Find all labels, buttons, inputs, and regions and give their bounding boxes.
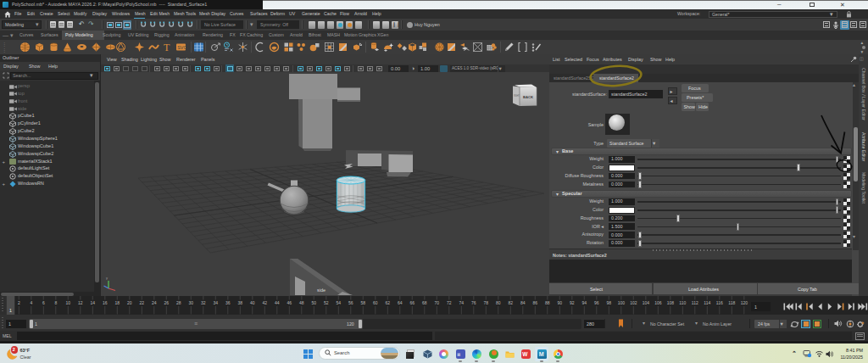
svg-text:108: 108 bbox=[667, 300, 675, 305]
svg-text:90: 90 bbox=[558, 300, 563, 305]
svg-text:80: 80 bbox=[496, 300, 501, 305]
svg-text:60: 60 bbox=[373, 300, 378, 305]
svg-text:112: 112 bbox=[692, 300, 698, 305]
svg-text:48: 48 bbox=[299, 300, 304, 305]
svg-text:42: 42 bbox=[263, 300, 268, 305]
svg-text:T: T bbox=[164, 42, 170, 53]
svg-text:30: 30 bbox=[189, 300, 194, 305]
svg-text:BACK: BACK bbox=[523, 95, 533, 99]
svg-text:72: 72 bbox=[447, 300, 452, 305]
svg-text:SVG: SVG bbox=[177, 45, 186, 50]
svg-text:24: 24 bbox=[152, 300, 157, 305]
svg-text:58: 58 bbox=[361, 300, 366, 305]
svg-text:102: 102 bbox=[630, 300, 637, 305]
svg-text:94: 94 bbox=[582, 300, 587, 305]
svg-text:56: 56 bbox=[348, 300, 353, 305]
svg-text:36: 36 bbox=[225, 300, 231, 305]
svg-text:26: 26 bbox=[164, 300, 170, 305]
svg-text:RIGHT: RIGHT bbox=[514, 94, 520, 98]
svg-text:106: 106 bbox=[654, 300, 662, 305]
svg-text:68: 68 bbox=[422, 300, 427, 305]
svg-text:110: 110 bbox=[679, 300, 686, 305]
svg-text:76: 76 bbox=[471, 300, 476, 305]
svg-text:16: 16 bbox=[103, 300, 108, 305]
svg-text:2: 2 bbox=[18, 300, 20, 305]
svg-text:8: 8 bbox=[54, 300, 57, 305]
svg-text:78: 78 bbox=[484, 300, 489, 305]
svg-text:114: 114 bbox=[704, 300, 710, 305]
svg-text:32: 32 bbox=[201, 300, 206, 305]
svg-text:74: 74 bbox=[459, 300, 465, 305]
svg-text:120: 120 bbox=[741, 300, 748, 305]
svg-text:6: 6 bbox=[42, 300, 45, 305]
svg-text:side: side bbox=[317, 288, 326, 293]
svg-text:88: 88 bbox=[545, 300, 550, 305]
svg-text:118: 118 bbox=[728, 300, 735, 305]
svg-text:54: 54 bbox=[337, 300, 342, 305]
svg-text:20: 20 bbox=[127, 300, 132, 305]
svg-text:116: 116 bbox=[716, 300, 723, 305]
svg-text:1: 1 bbox=[9, 308, 12, 313]
svg-text:66: 66 bbox=[410, 300, 415, 305]
svg-text:52: 52 bbox=[324, 300, 329, 305]
svg-text:38: 38 bbox=[238, 300, 243, 305]
svg-text:4: 4 bbox=[30, 300, 32, 305]
svg-text:70: 70 bbox=[435, 300, 440, 305]
svg-text:104: 104 bbox=[643, 300, 650, 305]
svg-text:y: y bbox=[106, 276, 108, 280]
svg-text:40: 40 bbox=[250, 300, 255, 305]
svg-text:86: 86 bbox=[533, 300, 538, 305]
svg-text:64: 64 bbox=[398, 300, 403, 305]
svg-text:84: 84 bbox=[520, 300, 526, 305]
svg-text:12: 12 bbox=[78, 300, 83, 305]
svg-text:28: 28 bbox=[176, 300, 181, 305]
svg-text:10: 10 bbox=[66, 300, 71, 305]
svg-text:100: 100 bbox=[618, 300, 626, 305]
svg-text:22: 22 bbox=[140, 300, 145, 305]
svg-text:98: 98 bbox=[607, 300, 612, 305]
svg-text:44: 44 bbox=[275, 300, 280, 305]
svg-text:46: 46 bbox=[287, 300, 292, 305]
svg-text:50: 50 bbox=[312, 300, 317, 305]
svg-text:96: 96 bbox=[594, 300, 599, 305]
svg-text:14: 14 bbox=[91, 300, 96, 305]
svg-text:82: 82 bbox=[509, 300, 514, 305]
svg-text:18: 18 bbox=[115, 300, 120, 305]
svg-text:34: 34 bbox=[214, 300, 219, 305]
svg-text:92: 92 bbox=[570, 300, 575, 305]
svg-text:62: 62 bbox=[386, 300, 391, 305]
